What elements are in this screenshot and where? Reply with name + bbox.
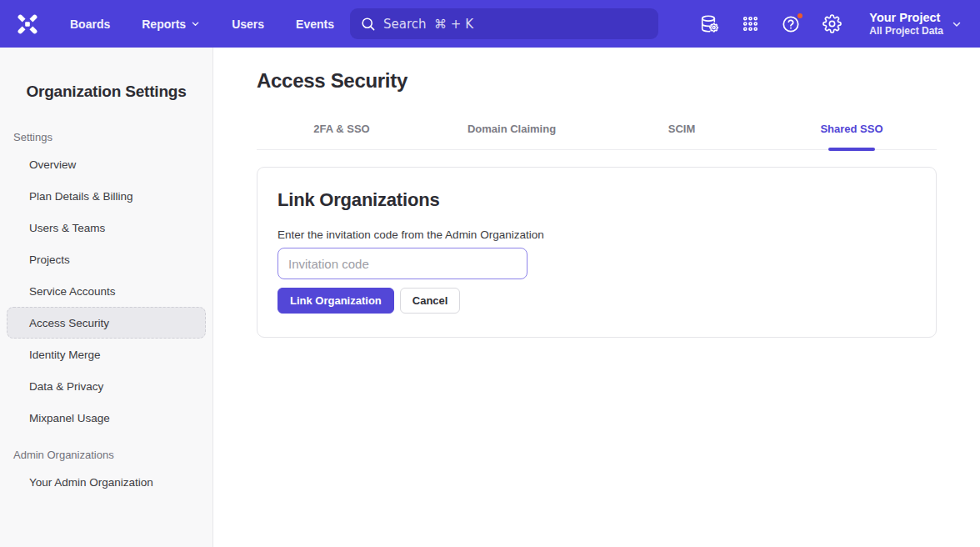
tab-label: Shared SSO [820,123,882,135]
sidebar-item-label: Plan Details & Billing [29,190,133,203]
sidebar-item-label: Access Security [29,317,109,329]
card-title: Link Organizations [278,189,916,211]
sidebar-item-label: Identity Merge [29,349,101,361]
sidebar-item-users-teams[interactable]: Users & Teams [7,212,206,243]
tab-label: Domain Claiming [468,123,556,135]
tab-bar: 2FA & SSO Domain Claiming SCIM Shared SS… [257,111,937,150]
sidebar-item-label: Data & Privacy [29,380,103,393]
project-switcher[interactable]: Your Project All Project Data [869,10,962,38]
top-navbar: Boards Reports Users Events [0,0,980,48]
sidebar-item-label: Service Accounts [29,285,116,298]
settings-sidebar: Organization Settings Settings Overview … [0,48,213,547]
sidebar-item-label: Projects [29,253,70,266]
data-management-button[interactable] [699,14,719,34]
sidebar-item-label: Mixpanel Usage [29,412,110,424]
sidebar-item-identity-merge[interactable]: Identity Merge [7,339,206,370]
nav-boards-label: Boards [70,18,110,31]
apps-grid-icon [741,14,760,33]
tab-scim[interactable]: SCIM [597,111,767,149]
main-content: Access Security 2FA & SSO Domain Claimin… [213,48,980,547]
navbar-right-cluster: Your Project All Project Data [699,10,980,38]
tab-label: 2FA & SSO [313,123,369,135]
tab-domain-claiming[interactable]: Domain Claiming [427,111,597,149]
apps-grid-button[interactable] [740,14,760,34]
sidebar-title: Organization Settings [0,83,212,101]
mixpanel-x-icon [16,13,39,36]
sidebar-item-label: Users & Teams [29,222,105,234]
section-label-admin-organizations: Admin Organizations [13,449,212,461]
nav-item-users[interactable]: Users [232,18,264,31]
project-scope: All Project Data [869,25,943,38]
settings-gear-icon [822,14,842,33]
invitation-code-label: Enter the invitation code from the Admin… [278,228,916,241]
global-search[interactable] [350,8,658,39]
active-tab-underline [828,148,875,151]
sidebar-item-service-accounts[interactable]: Service Accounts [7,275,206,307]
link-organization-button[interactable]: Link Organization [278,288,394,314]
nav-item-boards[interactable]: Boards [70,18,110,31]
project-name: Your Project [869,10,943,25]
database-gear-icon [699,14,719,34]
search-input[interactable] [383,17,648,32]
invitation-code-input[interactable] [278,248,528,279]
nav-item-events[interactable]: Events [296,18,334,31]
mixpanel-logo[interactable] [15,12,40,37]
sidebar-item-access-security[interactable]: Access Security [7,307,206,339]
chevron-down-icon [191,19,200,28]
sidebar-item-your-admin-organization[interactable]: Your Admin Organization [7,466,206,498]
nav-users-label: Users [232,18,264,31]
section-label-settings: Settings [13,131,212,143]
sidebar-item-label: Overview [29,158,76,171]
card-actions: Link Organization Cancel [278,288,916,314]
tab-shared-sso[interactable]: Shared SSO [767,111,937,149]
cancel-button[interactable]: Cancel [400,288,461,314]
sidebar-item-label: Your Admin Organization [29,476,153,489]
sidebar-item-data-privacy[interactable]: Data & Privacy [7,370,206,402]
page-title: Access Security [257,69,937,93]
search-icon [360,16,376,32]
sidebar-item-mixpanel-usage[interactable]: Mixpanel Usage [7,402,206,434]
nav-item-reports[interactable]: Reports [142,18,200,31]
nav-reports-label: Reports [142,18,186,31]
link-organizations-card: Link Organizations Enter the invitation … [257,167,937,338]
tab-2fa-sso[interactable]: 2FA & SSO [257,111,427,149]
settings-button[interactable] [822,14,842,34]
primary-nav: Boards Reports Users Events [70,18,334,31]
sidebar-item-projects[interactable]: Projects [7,243,206,275]
tab-label: SCIM [668,123,696,135]
sidebar-item-plan-details-billing[interactable]: Plan Details & Billing [7,180,206,212]
sidebar-item-overview[interactable]: Overview [7,148,206,180]
nav-events-label: Events [296,18,334,31]
notification-dot [796,12,804,20]
help-button[interactable] [781,14,801,34]
chevron-down-icon [952,19,962,29]
